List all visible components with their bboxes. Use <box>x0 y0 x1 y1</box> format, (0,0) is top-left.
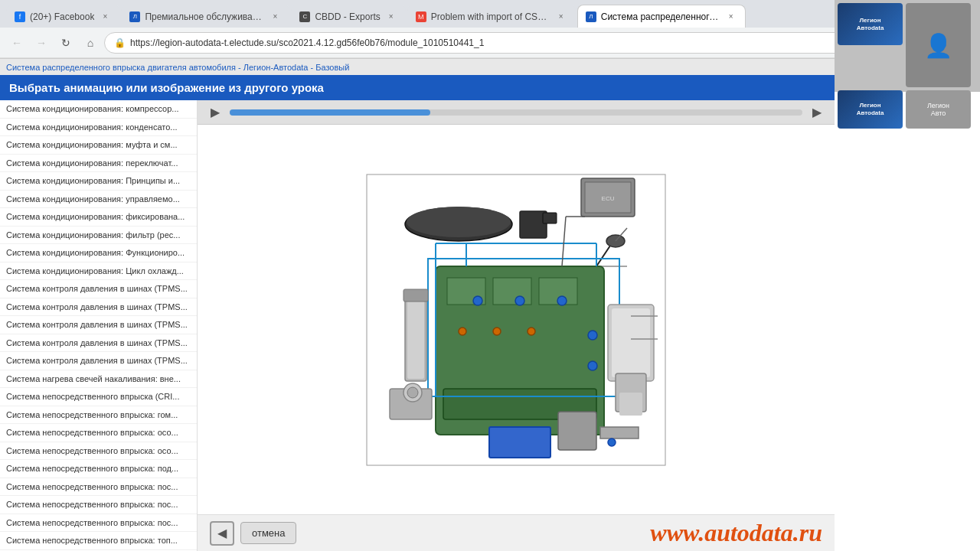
list-item[interactable]: Система кондиционирования: фильтр (рес..… <box>0 227 197 245</box>
right-content: ▶ ▶ ECU <box>198 100 835 551</box>
brand-logo-2: Легион Автоdata <box>838 90 903 129</box>
svg-point-18 <box>515 296 524 305</box>
list-item[interactable]: Система кондиционирования: управляемо... <box>0 191 197 209</box>
list-item[interactable]: Система нагрева свечей накаливания: вне.… <box>0 370 197 389</box>
watermark: www.autodata.ru <box>650 519 822 547</box>
list-item[interactable]: Система контроля давления в шинах (TPMS.… <box>0 280 197 298</box>
brand-placeholder: ЛегионАвто <box>906 90 971 129</box>
tab-favicon-tab1: f <box>15 11 25 22</box>
svg-point-20 <box>588 331 597 340</box>
progress-fill <box>230 109 430 116</box>
svg-rect-13 <box>493 278 531 305</box>
browser-tab-tab3[interactable]: CCBDD - Exports× <box>291 5 405 28</box>
tab-close-tab1[interactable]: × <box>99 11 111 23</box>
list-item[interactable]: Система непосредственного впрыска: пос..… <box>0 514 197 533</box>
progress-track[interactable] <box>230 109 802 116</box>
tab-title-tab4: Problem with import of CSV file... <box>431 11 550 22</box>
address-bar[interactable]: 🔒 https://legion-autodata-t.electude.su/… <box>104 32 949 54</box>
browser-tab-tab5[interactable]: ЛСистема распределенного впр...× <box>577 5 746 28</box>
svg-point-34 <box>608 439 616 446</box>
svg-rect-31 <box>489 427 550 458</box>
tab-title-tab2: Премиальное обслуживание — <box>145 11 264 22</box>
svg-rect-44 <box>612 308 650 377</box>
list-item[interactable]: Система непосредственного впрыска: осо..… <box>0 442 197 461</box>
list-item[interactable]: Система кондиционирования: Функциониро..… <box>0 244 197 262</box>
svg-rect-42 <box>543 213 557 223</box>
tab-favicon-tab2: Л <box>129 11 140 22</box>
browser-tab-tab4[interactable]: MProblem with import of CSV file...× <box>407 5 576 28</box>
engine-area: ECU <box>198 125 835 514</box>
svg-point-22 <box>459 328 466 335</box>
list-item[interactable]: Система кондиционирования: Цикл охлажд..… <box>0 262 197 281</box>
browser-tab-tab1[interactable]: f(20+) Facebook× <box>6 5 119 28</box>
lesson-list[interactable]: Система кондиционирования: компрессор...… <box>0 100 198 551</box>
list-item[interactable]: Система кондиционирования: переключат... <box>0 155 197 173</box>
svg-rect-32 <box>558 412 596 450</box>
svg-point-21 <box>588 361 597 370</box>
list-item[interactable]: Система кондиционирования: Принципы и... <box>0 172 197 191</box>
tab-title-tab3: CBDD - Exports <box>315 11 380 22</box>
tab-close-tab2[interactable]: × <box>269 11 281 23</box>
user-avatar-icon: 👤 <box>924 32 952 59</box>
list-item[interactable]: Система кондиционирования: компрессор... <box>0 100 197 119</box>
toolbar: ← → ↻ ⌂ 🔒 https://legion-autodata-t.elec… <box>0 28 980 58</box>
media-bar: ▶ ▶ <box>198 100 835 125</box>
svg-rect-27 <box>403 289 428 302</box>
prev-icon: ◀ <box>217 526 227 540</box>
reload-button[interactable]: ↻ <box>55 32 77 54</box>
list-item[interactable]: Система непосредственного впрыска: под..… <box>0 460 197 478</box>
url-text: https://legion-autodata-t.electude.su/sc… <box>130 37 925 48</box>
svg-text:ECU: ECU <box>602 195 615 202</box>
tab-close-tab5[interactable]: × <box>725 11 737 23</box>
list-item[interactable]: Система непосредственного впрыска: пос..… <box>0 478 197 497</box>
tab-favicon-tab5: Л <box>586 11 596 22</box>
list-item[interactable]: Система непосредственного впрыска: гом..… <box>0 406 197 425</box>
list-item[interactable]: Система непосредственного впрыска: осо..… <box>0 424 197 442</box>
user-photo: 👤 <box>906 3 971 87</box>
back-button[interactable]: ← <box>6 32 28 54</box>
list-item[interactable]: Система контроля давления в шинах (TPMS.… <box>0 298 197 317</box>
tab-title-tab1: (20+) Facebook <box>30 11 94 22</box>
tab-close-tab4[interactable]: × <box>555 11 567 23</box>
cancel-button[interactable]: отмена <box>240 522 296 544</box>
breadcrumb-bar: Система распределенного впрыска двигател… <box>0 59 980 76</box>
play-button[interactable]: ▶ <box>207 104 224 121</box>
svg-point-30 <box>407 387 418 398</box>
list-item[interactable]: Система контроля давления в шинах (TPMS.… <box>0 316 197 334</box>
breadcrumb-text: Система распределенного впрыска двигател… <box>6 63 349 72</box>
browser-chrome: f(20+) Facebook×ЛПремиальное обслуживани… <box>0 0 980 59</box>
list-item[interactable]: Система кондиционирования: конденсато... <box>0 119 197 137</box>
svg-point-23 <box>493 328 501 335</box>
play-icon: ▶ <box>211 105 220 119</box>
tab-close-tab3[interactable]: × <box>385 11 397 23</box>
svg-rect-33 <box>600 427 639 439</box>
list-item[interactable]: Система кондиционирования: муфта и см... <box>0 136 197 155</box>
engine-diagram: ECU <box>359 167 673 473</box>
home-button[interactable]: ⌂ <box>80 32 101 54</box>
brand-logo-1: Легион Автоdata <box>838 3 903 45</box>
svg-point-19 <box>557 296 567 305</box>
svg-point-17 <box>473 296 482 305</box>
list-item[interactable]: Система контроля давления в шинах (TPMS.… <box>0 334 197 353</box>
list-item[interactable]: Система непосредственного впрыска (CRI..… <box>0 388 197 406</box>
tab-title-tab5: Система распределенного впр... <box>601 11 720 22</box>
main-area: Выбрать анимацию или изображение из друг… <box>0 75 835 551</box>
bottom-controls: ◀ отмена <box>210 521 296 546</box>
page-title: Выбрать анимацию или изображение из друг… <box>9 81 324 94</box>
play-end-button[interactable]: ▶ <box>808 104 825 121</box>
forward-button[interactable]: → <box>31 32 52 54</box>
list-item[interactable]: Система непосредственного впрыска: топ..… <box>0 532 197 550</box>
browser-tab-tab2[interactable]: ЛПремиальное обслуживание —× <box>121 5 289 28</box>
content-header: Выбрать анимацию или изображение из друг… <box>0 75 835 100</box>
svg-rect-46 <box>619 393 642 416</box>
bottom-bar: ◀ отмена www.autodata.ru <box>198 514 835 551</box>
tab-bar: f(20+) Facebook×ЛПремиальное обслуживани… <box>0 0 980 28</box>
tab-favicon-tab4: M <box>416 11 426 22</box>
svg-point-5 <box>407 207 511 237</box>
content-body: Система кондиционирования: компрессор...… <box>0 100 835 551</box>
prev-button[interactable]: ◀ <box>210 521 234 546</box>
list-item[interactable]: Система непосредственного впрыска: пос..… <box>0 496 197 514</box>
list-item[interactable]: Система контроля давления в шинах (TPMS.… <box>0 352 197 370</box>
svg-point-24 <box>528 328 535 335</box>
list-item[interactable]: Система кондиционирования: фиксирована..… <box>0 208 197 227</box>
